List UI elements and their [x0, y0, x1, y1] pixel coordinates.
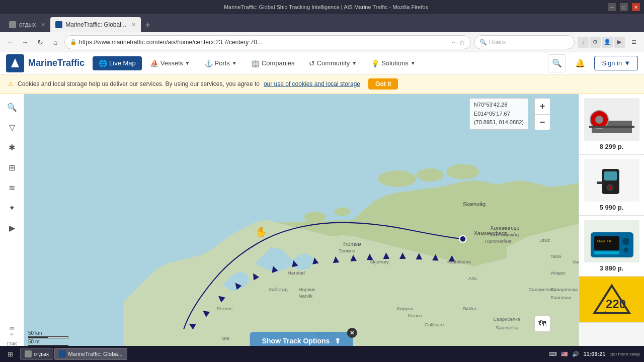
- ad-image-1: [584, 98, 639, 141]
- zoom-controls: + −: [534, 98, 550, 130]
- track-options-label: Show Track Options: [262, 337, 330, 345]
- svg-text:Саариселка: Саариселка: [493, 316, 521, 322]
- ad-svg-3: MAKITA: [587, 222, 637, 260]
- cookie-text: Cookies and local storage help us delive…: [18, 80, 260, 87]
- svg-point-3: [416, 168, 443, 182]
- svg-text:Саваренска: Саваренска: [550, 287, 578, 292]
- close-button[interactable]: ✕: [632, 3, 640, 11]
- ext-profile-button[interactable]: 👤: [602, 37, 613, 48]
- reload-button[interactable]: ↻: [34, 36, 46, 48]
- globe-icon: 🌐: [99, 59, 107, 67]
- zoom-out-button[interactable]: −: [534, 114, 550, 130]
- svg-text:✋: ✋: [255, 226, 268, 238]
- back-button[interactable]: ←: [4, 36, 16, 48]
- ext-download-button[interactable]: ↓: [578, 37, 589, 48]
- ad-image-3: MAKITA: [584, 220, 639, 262]
- svg-text:Tana: Tana: [550, 253, 561, 259]
- ports-button[interactable]: ⚓ Ports ▼: [198, 56, 243, 70]
- sign-in-button[interactable]: Sign in ▼: [594, 56, 638, 70]
- taskbar-app-marinetraffic[interactable]: MarineTraffic: Globa...: [54, 348, 127, 360]
- live-map-button[interactable]: 🌐 Live Map: [93, 56, 142, 70]
- cookie-link[interactable]: our use of cookies and local storage: [264, 80, 360, 87]
- svg-point-2: [378, 170, 416, 187]
- svg-text:Лекнес: Лекнес: [216, 306, 232, 311]
- tab-отдых[interactable]: отдых ✕: [4, 17, 50, 32]
- companies-button[interactable]: 🏢 Companies: [245, 56, 301, 70]
- layers-button[interactable]: ⊞: [3, 158, 21, 176]
- system-time: 11:09:21: [583, 351, 605, 357]
- track-button[interactable]: ✦: [3, 199, 21, 217]
- ad-item-4[interactable]: 220 V: [579, 277, 644, 323]
- scale-bar-visual: [28, 336, 68, 338]
- filter-icon: ▽: [9, 123, 15, 132]
- ext-play-button[interactable]: ▶: [614, 37, 625, 48]
- track-options-close-button[interactable]: ✕: [347, 328, 357, 338]
- svg-text:Tromsø: Tromsø: [343, 241, 361, 247]
- logo-text: MarineTraffic: [28, 58, 85, 68]
- anchor-icon: ⚓: [204, 59, 213, 67]
- ad-price-1: 8 299 р.: [600, 143, 624, 150]
- notifications-button[interactable]: 🔔: [572, 55, 588, 71]
- bell-icon: 🔔: [575, 58, 585, 68]
- got-it-button[interactable]: Got it: [368, 78, 398, 89]
- svg-rect-62: [589, 126, 634, 128]
- zoom-in-button[interactable]: +: [534, 98, 550, 114]
- ad-price-2: 5 990 р.: [600, 204, 624, 211]
- tabbar: отдых ✕ MarineTraffic: Global... ✕ +: [0, 14, 644, 32]
- tab-favicon-2: [55, 21, 62, 28]
- ad-svg-4: 220 V: [592, 283, 632, 316]
- coord-e: E014°05'17.67: [474, 110, 524, 119]
- ext-settings-button[interactable]: ⚙: [590, 37, 601, 48]
- map-type-button[interactable]: 🗺: [534, 316, 550, 332]
- svg-point-6: [334, 207, 351, 216]
- logo-icon: [6, 54, 24, 72]
- svg-text:Кирк: Кирк: [504, 232, 515, 237]
- maximize-button[interactable]: □: [620, 3, 628, 11]
- wind-button[interactable]: ≋: [3, 178, 21, 197]
- svg-text:Хабстад: Хабстад: [269, 287, 288, 292]
- app: MarineTraffic 🌐 Live Map ⛵ Vessels ▼ ⚓ P…: [0, 52, 644, 362]
- ad-item-3[interactable]: MAKITA 3 890 р.: [579, 216, 644, 277]
- forward-button[interactable]: →: [19, 36, 31, 48]
- track-icon: ✦: [9, 203, 15, 213]
- svg-text:Narvik: Narvik: [299, 293, 313, 299]
- bookmark-button[interactable]: ☆: [459, 38, 465, 46]
- community-icon: ↺: [309, 59, 315, 67]
- ad-price-3: 3 890 р.: [600, 264, 624, 272]
- svg-point-4: [446, 164, 479, 179]
- filter-button[interactable]: ▽: [3, 118, 21, 136]
- vessels-button[interactable]: ⛵ Vessels ▼: [144, 56, 196, 70]
- tab-marinetraffic[interactable]: MarineTraffic: Global... ✕: [50, 17, 141, 32]
- svg-point-72: [622, 237, 630, 245]
- svg-text:Saariselka: Saariselka: [496, 325, 519, 330]
- taskbar-app-icon-2: [59, 350, 66, 357]
- search-sidebar-icon: 🔍: [7, 103, 17, 112]
- play-button[interactable]: ▶: [3, 219, 21, 237]
- urlbar-more[interactable]: ···: [452, 39, 457, 46]
- minimize-button[interactable]: ─: [608, 3, 616, 11]
- map-container[interactable]: ✋ Skarsvåg Хаммерфест Hammerfest Хоннинг…: [24, 94, 579, 362]
- new-tab-button[interactable]: +: [141, 18, 155, 32]
- taskbar-app-отдых[interactable]: отдых: [20, 348, 53, 360]
- ad-item-2[interactable]: 5 990 р.: [579, 155, 644, 216]
- search-bar[interactable]: 🔍 Поиск: [474, 35, 575, 49]
- svg-text:Хоннингсвог: Хоннингсвог: [490, 225, 521, 231]
- urlbar: ← → ↻ ⌂ 🔒 https://www.marinetraffic.com/…: [0, 32, 644, 52]
- search-sidebar-button[interactable]: 🔍: [3, 98, 21, 116]
- start-button[interactable]: ⊞: [4, 348, 16, 360]
- tab-close-2[interactable]: ✕: [131, 22, 136, 28]
- tab-favicon-1: [9, 21, 16, 28]
- tab-close-1[interactable]: ✕: [41, 22, 45, 28]
- solutions-button[interactable]: 💡 Solutions ▼: [365, 56, 421, 70]
- home-button[interactable]: ⌂: [49, 36, 61, 48]
- lock-icon: 🔒: [70, 39, 77, 45]
- browser-menu-button[interactable]: ≡: [628, 36, 640, 48]
- ad-item-1[interactable]: 8 299 р.: [579, 94, 644, 155]
- titlebar-title: MarineTraffic: Global Ship Tracking Inte…: [44, 4, 608, 10]
- address-bar[interactable]: 🔒 https://www.marinetraffic.com/en/ais/h…: [64, 35, 471, 49]
- weather-button[interactable]: ✱: [3, 138, 21, 156]
- svg-text:Kautokeino: Kautokeino: [446, 259, 471, 264]
- svg-rect-0: [13, 63, 17, 66]
- nav-search-button[interactable]: 🔍: [548, 54, 566, 72]
- community-button[interactable]: ↺ Community ▼: [303, 56, 363, 70]
